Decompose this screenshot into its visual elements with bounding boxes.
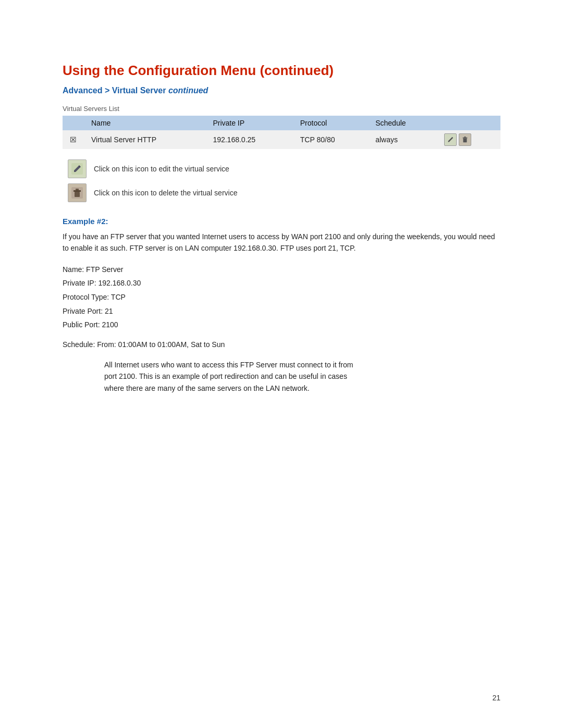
col-header-protocol: Protocol (293, 116, 368, 130)
icon-legend: Click on this icon to edit the virtual s… (68, 159, 500, 202)
legend-edit-icon (68, 159, 87, 178)
page-number: 21 (492, 694, 500, 702)
subtitle-italic: continued (168, 86, 208, 95)
page-container: Using the Configuration Menu (continued)… (0, 0, 563, 425)
svg-rect-6 (74, 190, 81, 192)
legend-delete-icon (68, 183, 87, 202)
row-actions (437, 130, 500, 149)
col-header-name: Name (84, 116, 205, 130)
col-header-schedule: Schedule (368, 116, 437, 130)
detail-name: Name: FTP Server (63, 263, 500, 277)
example-heading: Example #2: (63, 217, 500, 226)
legend-row-delete: Click on this icon to delete the virtual… (68, 183, 500, 202)
detail-private-ip: Private IP: 192.168.0.30 (63, 276, 500, 290)
subtitle: Advanced > Virtual Server continued (63, 86, 500, 95)
indented-note: All Internet users who want to access th… (104, 359, 354, 394)
col-header-checkbox (63, 116, 84, 130)
detail-public-port: Public Port: 2100 (63, 318, 500, 332)
row-checkbox[interactable]: ☒ (63, 130, 84, 149)
legend-delete-text: Click on this icon to delete the virtual… (94, 189, 237, 197)
svg-rect-5 (75, 192, 80, 197)
svg-rect-1 (463, 138, 468, 139)
row-name: Virtual Server HTTP (84, 130, 205, 149)
virtual-servers-table: Name Private IP Protocol Schedule ☒ Virt… (63, 116, 500, 149)
svg-rect-0 (463, 138, 467, 142)
legend-edit-text: Click on this icon to edit the virtual s… (94, 165, 229, 173)
edit-icon[interactable] (444, 133, 457, 146)
row-private-ip: 192.168.0.25 (205, 130, 292, 149)
row-schedule: always (368, 130, 437, 149)
detail-private-port: Private Port: 21 (63, 304, 500, 318)
detail-protocol: Protocol Type: TCP (63, 290, 500, 304)
svg-rect-7 (76, 189, 79, 190)
main-title: Using the Configuration Menu (continued) (63, 63, 500, 79)
section-label: Virtual Servers List (63, 105, 500, 113)
col-header-private-ip: Private IP (205, 116, 292, 130)
example-body: If you have an FTP server that you wante… (63, 231, 500, 254)
svg-rect-2 (464, 137, 466, 138)
delete-icon[interactable] (459, 133, 471, 146)
example-details: Name: FTP Server Private IP: 192.168.0.3… (63, 263, 500, 332)
row-protocol: TCP 80/80 (293, 130, 368, 149)
col-header-actions (437, 116, 500, 130)
subtitle-prefix: Advanced > Virtual Server (63, 86, 168, 95)
schedule-line: Schedule: From: 01:00AM to 01:00AM, Sat … (63, 340, 500, 349)
table-row: ☒ Virtual Server HTTP 192.168.0.25 TCP 8… (63, 130, 500, 149)
legend-row-edit: Click on this icon to edit the virtual s… (68, 159, 500, 178)
table-header-row: Name Private IP Protocol Schedule (63, 116, 500, 130)
